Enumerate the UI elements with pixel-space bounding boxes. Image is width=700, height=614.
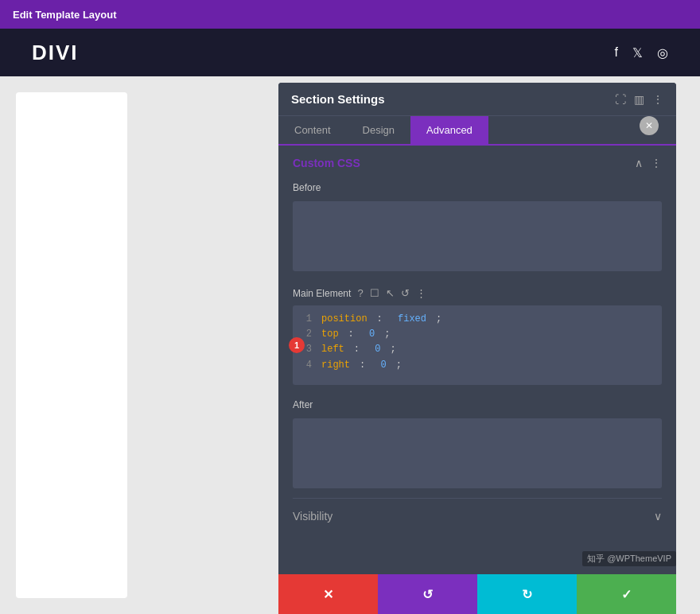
- tab-advanced[interactable]: Advanced: [410, 116, 488, 144]
- after-editor[interactable]: [293, 418, 662, 488]
- visibility-title: Visibility: [293, 510, 332, 523]
- line-semi-4: ;: [396, 358, 402, 373]
- code-line-1: 1 position : fixed ;: [301, 312, 654, 327]
- watermark: 知乎 @WPThemeVIP: [582, 551, 676, 566]
- before-editor[interactable]: [293, 201, 662, 271]
- after-label: After: [278, 394, 676, 415]
- panel-header: Section Settings ⛶ ▥ ⋮: [278, 83, 676, 116]
- expand-icon[interactable]: ⛶: [615, 93, 626, 106]
- line-colon-4: :: [360, 358, 371, 373]
- line-semi-1: ;: [436, 312, 441, 327]
- mobile-icon[interactable]: ☐: [370, 287, 379, 299]
- chevron-down-icon: ∨: [654, 510, 662, 523]
- tab-design[interactable]: Design: [347, 116, 410, 144]
- main-element-editor[interactable]: 1 1 position : fixed ; 2 top :: [293, 305, 662, 385]
- line-property-3: left: [321, 342, 344, 357]
- help-icon[interactable]: ?: [357, 287, 363, 299]
- line-property-2: top: [321, 327, 339, 342]
- cancel-button[interactable]: ✕: [278, 574, 378, 614]
- code-lines: 1 position : fixed ; 2 top : 0 ;: [293, 305, 662, 385]
- page-preview-inner: [16, 92, 127, 598]
- more-icon[interactable]: ⋮: [416, 287, 426, 299]
- close-icon: ✕: [645, 120, 653, 131]
- close-button[interactable]: ✕: [640, 116, 659, 135]
- top-bar: Edit Template Layout: [0, 0, 700, 29]
- collapse-icon[interactable]: ∧: [635, 157, 643, 169]
- reset-icon[interactable]: ↺: [401, 287, 410, 299]
- main-element-icons: ? ☐ ↖ ↺ ⋮: [357, 287, 426, 299]
- panel-title: Section Settings: [291, 92, 385, 106]
- facebook-icon[interactable]: f: [615, 45, 618, 60]
- custom-css-title: Custom CSS: [293, 157, 360, 169]
- columns-icon[interactable]: ▥: [634, 93, 644, 106]
- code-line-2: 2 top : 0 ;: [301, 327, 654, 342]
- main-element-row: Main Element ? ☐ ↖ ↺ ⋮: [278, 281, 676, 302]
- line-semi-2: ;: [384, 327, 390, 342]
- badge-1: 1: [289, 337, 305, 353]
- settings-panel: Section Settings ⛶ ▥ ⋮ Content Design Ad…: [278, 83, 676, 614]
- line-semi-3: ;: [390, 342, 395, 357]
- main-area: ✕ Section Settings ⛶ ▥ ⋮ Content Design …: [0, 76, 700, 614]
- visibility-section[interactable]: Visibility ∨: [278, 499, 676, 534]
- line-colon-3: :: [354, 342, 365, 357]
- action-bar: ✕ ↺ ↻ ✓: [278, 574, 676, 614]
- divi-logo: DIVI: [32, 41, 79, 65]
- main-element-label: Main Element: [293, 288, 351, 299]
- cursor-icon[interactable]: ↖: [386, 287, 395, 299]
- more-vertical-icon[interactable]: ⋮: [652, 93, 663, 106]
- save-button[interactable]: ✓: [577, 574, 676, 614]
- line-value-2: 0: [369, 327, 375, 342]
- line-num-4: 4: [301, 358, 312, 373]
- divi-nav-icons: f 𝕏 ◎: [615, 45, 668, 60]
- panel-body: Custom CSS ∧ ⋮ Before Main Element ? ☐ ↖: [278, 146, 676, 574]
- line-value-4: 0: [380, 358, 386, 373]
- line-value-1: fixed: [398, 312, 426, 327]
- redo-button[interactable]: ↻: [477, 574, 577, 614]
- twitter-icon[interactable]: 𝕏: [632, 45, 643, 60]
- section-header-icons: ∧ ⋮: [635, 157, 662, 169]
- line-value-3: 0: [375, 342, 380, 357]
- section-more-icon[interactable]: ⋮: [651, 157, 662, 169]
- custom-css-header: Custom CSS ∧ ⋮: [278, 146, 676, 177]
- tab-content[interactable]: Content: [278, 116, 347, 144]
- line-colon-1: :: [377, 312, 388, 327]
- line-colon-2: :: [348, 327, 360, 342]
- top-bar-title: Edit Template Layout: [13, 9, 117, 21]
- panel-tabs: Content Design Advanced: [278, 116, 676, 146]
- before-label: Before: [278, 177, 676, 198]
- code-line-4: 4 right : 0 ;: [301, 358, 654, 373]
- line-property-1: position: [321, 312, 368, 327]
- panel-container: ✕ Section Settings ⛶ ▥ ⋮ Content Design …: [278, 76, 676, 614]
- panel-header-icons: ⛶ ▥ ⋮: [615, 93, 663, 106]
- code-line-3: 3 left : 0 ;: [301, 342, 654, 357]
- reset-button[interactable]: ↺: [378, 574, 477, 614]
- line-num-1: 1: [301, 312, 312, 327]
- divi-header: DIVI f 𝕏 ◎: [0, 29, 700, 76]
- instagram-icon[interactable]: ◎: [657, 45, 668, 60]
- line-property-4: right: [321, 358, 350, 373]
